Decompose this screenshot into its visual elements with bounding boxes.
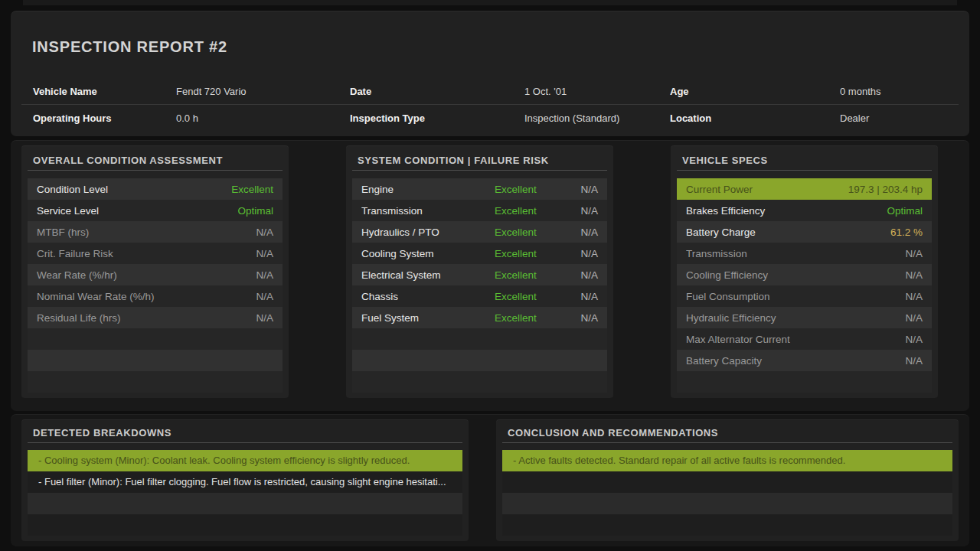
row-label: Wear Rate (%/hr) [37,269,256,281]
background-window-edge [23,0,957,5]
row-label: Fuel Consumption [686,291,905,302]
row-label: Cooling Efficiency [686,269,905,281]
empty-row [28,493,462,514]
date-label: Date [350,86,524,97]
row-value: N/A [256,312,273,324]
risk-value: N/A [548,227,598,238]
current-power-row: Current Power 197.3 | 203.4 hp [677,178,932,200]
conclusion-list: - Active faults detected. Standard repai… [502,450,952,536]
vehicle-name-label: Vehicle Name [33,86,176,97]
row-label: Hydraulic Efficiency [686,312,905,324]
table-row: Fuel System Excellent N/A [352,307,607,328]
table-row: Cooling Efficiency N/A [677,264,932,285]
title-underline [352,170,607,171]
row-value: N/A [905,291,923,302]
risk-value: N/A [548,248,598,259]
table-row: Fuel Consumption N/A [677,285,932,307]
table-row: Wear Rate (%/hr) N/A [28,264,283,285]
row-value: Optimal [237,205,273,217]
empty-row [502,493,952,514]
operating-hours-value: 0.0 h [176,112,350,124]
risk-value: N/A [548,269,598,281]
condition-value: Excellent [495,205,548,217]
condition-value: Excellent [495,269,548,281]
breakdown-item: - Cooling system (Minor): Coolant leak. … [28,450,462,471]
condition-value: Excellent [495,312,548,324]
empty-row [28,350,283,371]
row-value: Excellent [231,184,273,195]
row-label: Transmission [686,248,905,259]
row-value: N/A [905,248,923,259]
page-title: INSPECTION REPORT #2 [32,38,227,56]
location-label: Location [670,112,840,124]
table-row: Service Level Optimal [28,200,283,221]
row-label: Current Power [686,184,848,195]
breakdowns-list: - Cooling system (Minor): Coolant leak. … [28,450,462,536]
overall-condition-panel: OVERALL CONDITION ASSESSMENT Condition L… [21,145,289,398]
table-row: Transmission Excellent N/A [352,200,607,221]
table-row: Max Alternator Current N/A [677,328,932,350]
table-row: Transmission N/A [677,243,932,264]
table-row: Engine Excellent N/A [352,178,607,200]
table-row: Electrical System Excellent N/A [352,264,607,285]
table-row: Hydraulic Efficiency N/A [677,307,932,328]
row-label: Engine [361,184,495,195]
table-row: Chassis Excellent N/A [352,285,607,307]
row-label: Crit. Failure Risk [37,248,256,259]
row-label: Battery Capacity [686,355,905,367]
row-value: 197.3 | 203.4 hp [848,184,923,195]
report-header-panel: INSPECTION REPORT #2 Vehicle Name Fendt … [11,11,969,136]
row-label: Brakes Efficiency [686,205,887,217]
row-label: Hydraulics / PTO [361,227,495,238]
assessment-section: OVERALL CONDITION ASSESSMENT Condition L… [11,140,969,411]
system-condition-title: SYSTEM CONDITION | FAILURE RISK [358,155,549,166]
overall-condition-title: OVERALL CONDITION ASSESSMENT [33,155,223,166]
title-underline [502,442,952,443]
table-row: Residual Life (hrs) N/A [28,307,283,328]
row-label: Residual Life (hrs) [37,312,256,324]
condition-value: Excellent [495,184,548,195]
header-meta-row: Operating Hours 0.0 h Inspection Type In… [11,105,969,131]
title-underline [28,442,462,443]
location-value: Dealer [840,112,959,124]
table-row: Brakes Efficiency Optimal [677,200,932,221]
row-label: Max Alternator Current [686,334,905,345]
vehicle-name-value: Fendt 720 Vario [176,86,350,97]
condition-value: Excellent [495,227,548,238]
conclusion-panel: CONCLUSION AND RECOMMENDATIONS - Active … [496,419,959,541]
empty-row [677,371,932,393]
table-row: MTBF (hrs) N/A [28,221,283,243]
table-row: Nominal Wear Rate (%/h) N/A [28,285,283,307]
row-value: N/A [256,291,273,302]
risk-value: N/A [548,205,598,217]
overall-condition-table: Condition Level Excellent Service Level … [28,178,283,393]
row-label: Chassis [361,291,495,302]
inspection-type-label: Inspection Type [350,112,524,124]
row-value: Optimal [887,205,923,217]
empty-row [28,371,283,393]
conclusion-title: CONCLUSION AND RECOMMENDATIONS [508,427,718,439]
title-underline [677,170,932,171]
row-value: N/A [905,355,923,367]
row-label: Fuel System [361,312,495,324]
date-value: 1 Oct. '01 [524,86,670,97]
row-value: N/A [905,269,923,281]
empty-row [28,514,462,536]
empty-row [28,328,283,350]
row-value: N/A [905,312,923,324]
row-label: Service Level [37,205,237,217]
vehicle-specs-panel: VEHICLE SPECS Current Power 197.3 | 203.… [671,145,938,398]
system-condition-panel: SYSTEM CONDITION | FAILURE RISK Engine E… [346,145,613,398]
table-row: Condition Level Excellent [28,178,283,200]
detected-breakdowns-title: DETECTED BREAKDOWNS [33,427,172,439]
row-label: Transmission [361,205,495,217]
row-label: Nominal Wear Rate (%/h) [37,291,256,302]
row-value: N/A [256,248,273,259]
empty-row [502,514,952,536]
operating-hours-label: Operating Hours [33,112,176,124]
title-underline [28,170,283,171]
empty-row [502,471,952,493]
vehicle-specs-title: VEHICLE SPECS [682,155,768,166]
conclusion-item: - Active faults detected. Standard repai… [502,450,952,471]
age-label: Age [670,86,840,97]
